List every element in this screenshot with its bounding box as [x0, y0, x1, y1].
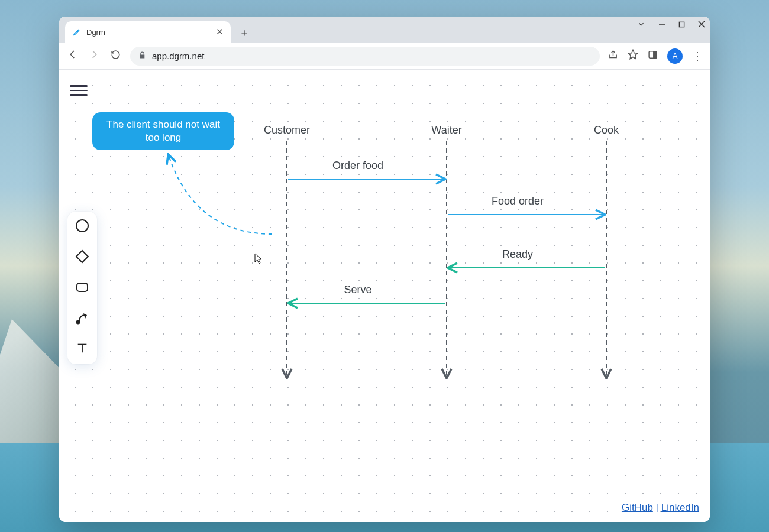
kebab-menu-icon[interactable]: ⋮	[692, 50, 703, 63]
side-panel-icon[interactable]	[648, 50, 658, 63]
window-controls	[637, 20, 705, 30]
footer-links: GitHub | LinkedIn	[622, 502, 699, 514]
avatar-letter: A	[673, 51, 678, 60]
tab-strip: Dgrm ✕ ＋	[59, 17, 710, 43]
cursor-icon	[254, 253, 263, 265]
url-field[interactable]: app.dgrm.net	[130, 47, 600, 66]
back-button[interactable]	[66, 49, 79, 63]
close-window-button[interactable]	[698, 21, 705, 30]
svg-rect-7	[654, 51, 657, 57]
browser-window: Dgrm ✕ ＋	[59, 17, 710, 522]
github-link[interactable]: GitHub	[622, 502, 653, 513]
linkedin-link[interactable]: LinkedIn	[661, 502, 699, 513]
pencil-icon	[72, 27, 82, 37]
link-separator: |	[656, 502, 661, 513]
address-bar: app.dgrm.net A ⋮	[59, 43, 710, 70]
svg-rect-1	[679, 22, 684, 27]
reload-button[interactable]	[109, 50, 122, 63]
chevron-down-icon[interactable]	[637, 20, 645, 30]
lock-icon	[138, 51, 146, 61]
forward-button[interactable]	[88, 49, 101, 63]
address-bar-right: A ⋮	[608, 48, 703, 64]
canvas[interactable]: The client should not wait too long Cust…	[59, 70, 710, 522]
avatar[interactable]: A	[667, 48, 683, 64]
url-text: app.dgrm.net	[152, 51, 204, 61]
minimize-button[interactable]	[658, 21, 665, 30]
star-icon[interactable]	[628, 49, 638, 63]
share-icon[interactable]	[608, 50, 618, 63]
maximize-button[interactable]	[678, 21, 685, 30]
tab-active[interactable]: Dgrm ✕	[65, 21, 231, 43]
close-icon[interactable]: ✕	[216, 27, 224, 37]
svg-marker-4	[629, 50, 638, 59]
diagram-svg	[59, 70, 710, 522]
new-tab-button[interactable]: ＋	[235, 24, 253, 41]
tab-title: Dgrm	[86, 28, 211, 37]
note-connector[interactable]	[169, 155, 272, 234]
